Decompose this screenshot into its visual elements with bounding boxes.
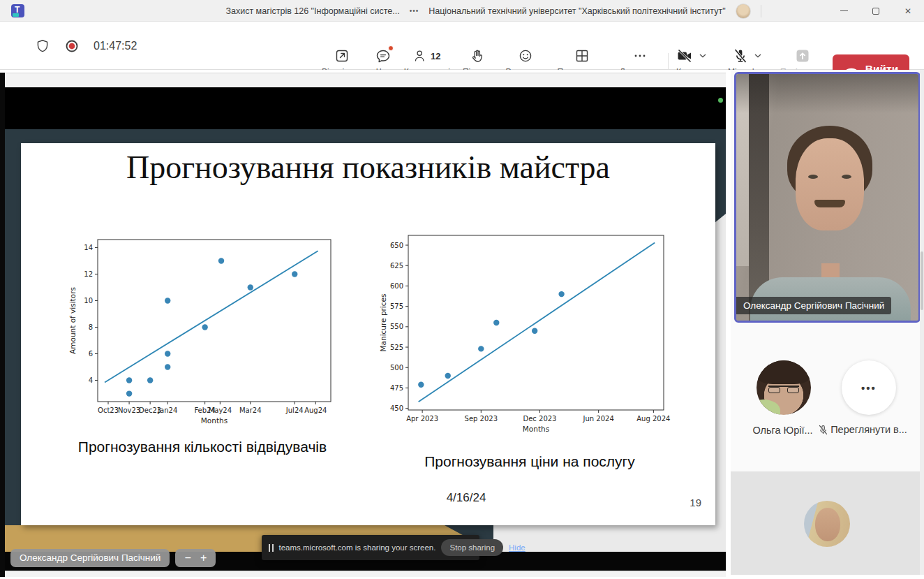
participant-avatar-photo[interactable] (804, 501, 850, 547)
teams-icon: T (11, 4, 24, 17)
zoom-in-button[interactable]: + (200, 552, 207, 564)
title-menu-dots[interactable]: ••• (410, 7, 419, 15)
svg-text:525: 525 (390, 344, 403, 351)
toolbar-left: 01:47:52 (35, 22, 137, 70)
raise-hand-icon (470, 47, 486, 65)
recording-indicator-icon (64, 38, 80, 54)
people-icon: 12 (413, 47, 440, 65)
smiley-icon (517, 47, 534, 65)
screen-share-toast: teams.microsoft.com is sharing your scre… (262, 535, 479, 560)
meeting-timer: 01:47:52 (94, 40, 137, 52)
svg-text:Sep 2023: Sep 2023 (465, 415, 498, 423)
chat-icon (375, 47, 392, 65)
next-participant-section (731, 471, 924, 575)
title-bar-center: Захист магістрів 126 "Інформаційні систе… (147, 0, 840, 22)
overflow-dots: ••• (861, 382, 877, 394)
chevron-down-icon[interactable] (699, 54, 706, 58)
shared-screen-stage[interactable]: Прогнозування показників майстра 4681012… (0, 70, 731, 579)
mic-off-icon (732, 47, 749, 64)
more-participants-label[interactable]: Переглянути в... (826, 424, 912, 435)
svg-text:May24: May24 (209, 406, 232, 414)
left-chart-caption: Прогнозування кількості відвідувачів (67, 439, 338, 455)
visitors-forecast-chart: 468101214Oct23Nov23Dec23Jan24Feb24May24M… (67, 233, 338, 430)
svg-text:Manicure prices: Manicure prices (379, 294, 387, 352)
teams-meeting-window: T Захист магістрів 126 "Інформаційні сис… (0, 0, 924, 579)
svg-text:500: 500 (390, 364, 403, 372)
title-bar: T Захист магістрів 126 "Інформаційні сис… (0, 0, 924, 22)
svg-text:4: 4 (89, 376, 93, 384)
window-controls: ✕ (828, 0, 924, 22)
presenter-name-overlay: Олександр Сергійович Пасічний (10, 549, 170, 567)
chat-notification-dot (388, 45, 394, 51)
user-avatar[interactable] (736, 3, 751, 19)
svg-text:Oct23: Oct23 (98, 406, 119, 414)
minimize-icon (840, 10, 848, 11)
prices-forecast-chart: 450475500525550575600625650Apr 2023Sep 2… (373, 230, 672, 442)
svg-text:Aug 2024: Aug 2024 (636, 415, 670, 423)
svg-text:Mar24: Mar24 (239, 406, 262, 414)
slide-page-number: 19 (690, 497, 701, 508)
svg-text:600: 600 (390, 282, 403, 290)
svg-text:Months: Months (201, 416, 228, 425)
divider (761, 5, 761, 17)
maximize-icon (872, 8, 879, 15)
hide-toast-link[interactable]: Hide (509, 543, 526, 552)
shared-browser-strip (5, 73, 726, 87)
svg-text:Jun 2024: Jun 2024 (583, 415, 614, 423)
participants-sidebar: Олександр Сергійович Пасічний ••• Ольга … (731, 70, 924, 579)
svg-text:Nov23: Nov23 (118, 406, 140, 414)
svg-text:Apr 2023: Apr 2023 (406, 415, 438, 423)
sidebar-scrollbar[interactable] (920, 70, 924, 575)
svg-text:Jan24: Jan24 (157, 406, 177, 414)
camera-active-dot (718, 98, 723, 103)
shared-screen-content: Прогнозування показників майстра 4681012… (0, 73, 726, 577)
organization-title: Національний технічний університет "Харк… (429, 6, 725, 16)
svg-text:550: 550 (390, 323, 403, 330)
main-participant-video[interactable]: Олександр Сергійович Пасічний (734, 72, 921, 323)
window-close-button[interactable]: ✕ (892, 0, 924, 22)
more-icon (632, 47, 648, 65)
camera-off-icon (676, 47, 694, 64)
share-toast-text: teams.microsoft.com is sharing your scre… (279, 543, 436, 552)
video-feed (736, 74, 918, 321)
shield-icon (35, 38, 50, 54)
zoom-out-button[interactable]: − (185, 552, 191, 564)
grid-view-icon (574, 47, 590, 65)
close-icon: ✕ (904, 6, 911, 16)
canvas-gray-bottom (493, 525, 726, 552)
presentation-background: Прогнозування показників майстра 4681012… (5, 129, 726, 552)
svg-text:12: 12 (84, 270, 93, 278)
main-participant-name: Олександр Сергійович Пасічний (736, 297, 891, 314)
window-maximize-button[interactable] (860, 0, 892, 22)
svg-text:Months: Months (523, 425, 549, 433)
meeting-title: Захист магістрів 126 "Інформаційні систе… (225, 6, 399, 16)
svg-text:8: 8 (89, 323, 93, 331)
right-chart-caption: Прогнозування ціни на послугу (380, 453, 679, 470)
more-participants-tile[interactable]: ••• (842, 360, 896, 415)
svg-text:Aug24: Aug24 (304, 406, 327, 414)
scrollbar-thumb[interactable] (921, 251, 923, 310)
participant-avatar-olha[interactable] (757, 360, 811, 415)
svg-text:650: 650 (390, 242, 403, 249)
shared-taskbar-strip (5, 571, 726, 577)
participants-count: 12 (431, 51, 440, 61)
pause-icon (269, 544, 274, 552)
svg-text:475: 475 (390, 384, 403, 392)
slide-date: 4/16/24 (396, 491, 536, 505)
svg-text:14: 14 (84, 244, 93, 251)
window-minimize-button[interactable] (828, 0, 860, 22)
share-screen-icon (794, 47, 811, 64)
svg-text:450: 450 (390, 404, 403, 412)
svg-text:625: 625 (390, 262, 403, 270)
svg-text:6: 6 (89, 350, 93, 358)
stop-sharing-button[interactable]: Stop sharing (441, 539, 503, 556)
svg-text:Dec 2023: Dec 2023 (523, 415, 556, 423)
svg-text:10: 10 (84, 297, 93, 305)
svg-text:Amount of visitors: Amount of visitors (68, 287, 77, 354)
svg-text:Jul24: Jul24 (285, 406, 304, 414)
slide-title: Прогнозування показників майстра (21, 149, 715, 186)
presentation-slide: Прогнозування показників майстра 4681012… (21, 143, 715, 525)
chevron-down-icon[interactable] (754, 54, 761, 58)
letterbox-top (5, 87, 726, 129)
unpin-icon (334, 47, 350, 65)
